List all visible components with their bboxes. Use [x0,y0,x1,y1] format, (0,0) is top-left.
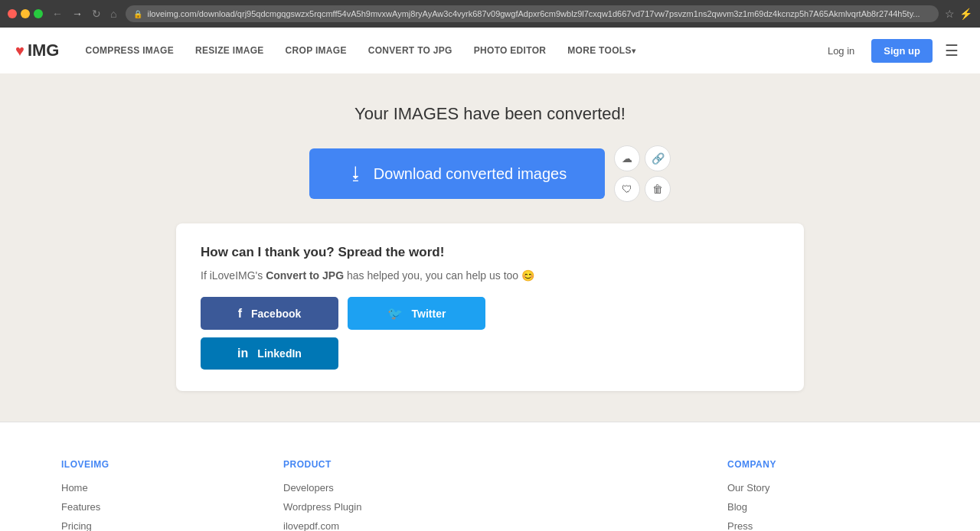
footer-col-product: PRODUCT Developers Wordpress Plugin ilov… [283,459,475,531]
social-row-bottom: in LinkedIn [201,337,779,370]
logo[interactable]: ♥ IMG [15,41,59,60]
footer-link-wordpress[interactable]: Wordpress Plugin [283,501,475,513]
nav-compress[interactable]: COMPRESS IMAGE [74,28,185,73]
footer-link-home[interactable]: Home [61,482,253,494]
nav-crop[interactable]: CROP IMAGE [275,28,358,73]
minimize-window-btn[interactable] [21,9,30,18]
url-text: iloveimg.com/download/qrj95qdcmgqgswzx5r… [147,9,920,18]
download-section: ⭳ Download converted images ☁ 🔗 🛡 🗑 [309,145,671,202]
facebook-label: Facebook [251,308,301,320]
footer-link-blog[interactable]: Blog [727,501,919,513]
browser-actions: ☆ ⚡ [945,8,972,20]
download-button[interactable]: ⭳ Download converted images [309,148,605,199]
twitter-icon: 🐦 [387,306,403,321]
download-button-label: Download converted images [374,165,567,183]
shield-button[interactable]: 🛡 [614,176,640,202]
signup-button[interactable]: Sign up [871,39,933,63]
spread-description: If iLoveIMG's Convert to JPG has helped … [201,269,779,282]
home-icon[interactable]: ⌂ [107,6,119,21]
nav-more-tools[interactable]: MORE TOOLS [557,28,646,73]
download-icon: ⭳ [348,164,364,184]
hamburger-menu-button[interactable]: ☰ [939,35,965,66]
spread-box: How can I thank you? Spread the word! If… [176,223,804,391]
social-row-top: f Facebook 🐦 Twitter [201,297,779,330]
copy-link-button[interactable]: 🔗 [645,145,671,171]
footer: ILOVEIMG Home Features Pricing Tools FAQ… [0,422,980,531]
address-bar[interactable]: 🔒 iloveimg.com/download/qrj95qdcmgqgswzx… [126,5,939,22]
upload-cloud-button[interactable]: ☁ [614,145,640,171]
facebook-share-button[interactable]: f Facebook [201,297,338,330]
footer-col-company: COMPANY Our Story Blog Press Legal & Pri… [727,459,919,531]
nav-photo-editor[interactable]: PHOTO EDITOR [463,28,557,73]
navbar: ♥ IMG COMPRESS IMAGE RESIZE IMAGE CROP I… [0,28,980,73]
forward-arrow-icon[interactable]: → [69,6,86,21]
footer-link-developers[interactable]: Developers [283,482,475,494]
extensions-icon[interactable]: ⚡ [959,8,972,20]
main-content: Your IMAGES have been converted! ⭳ Downl… [0,73,980,422]
close-window-btn[interactable] [8,9,17,18]
social-buttons: f Facebook 🐦 Twitter in LinkedIn [201,297,779,370]
footer-col-iloveimg: ILOVEIMG Home Features Pricing Tools FAQ [61,459,253,531]
linkedin-label: LinkedIn [257,347,302,360]
delete-button[interactable]: 🗑 [645,176,671,202]
footer-link-press[interactable]: Press [727,520,919,531]
login-button[interactable]: Log in [817,41,865,61]
footer-link-features[interactable]: Features [61,501,253,513]
browser-chrome: ← → ↻ ⌂ 🔒 iloveimg.com/download/qrj95qdc… [0,0,980,28]
logo-heart-icon: ♥ [15,42,24,60]
twitter-label: Twitter [412,308,446,320]
spread-title: How can I thank you? Spread the word! [201,245,779,260]
logo-text: IMG [28,41,60,60]
nav-auth: Log in Sign up ☰ [817,35,965,66]
spread-desc-prefix: If iLoveIMG's [201,269,266,282]
footer-grid: ILOVEIMG Home Features Pricing Tools FAQ… [61,459,919,531]
action-row-top: ☁ 🔗 [614,145,671,171]
footer-iloveimg-title: ILOVEIMG [61,459,253,470]
refresh-icon[interactable]: ↻ [89,6,104,21]
star-icon[interactable]: ☆ [945,8,955,20]
facebook-icon: f [238,307,242,321]
spread-brand-text: Convert to JPG [266,269,344,282]
maximize-window-btn[interactable] [34,9,43,18]
footer-link-ilovepdf[interactable]: ilovepdf.com [283,520,475,531]
footer-col-empty [505,459,697,531]
nav-convert[interactable]: CONVERT TO JPG [358,28,463,73]
footer-link-our-story[interactable]: Our Story [727,482,919,494]
footer-company-title: COMPANY [727,459,919,470]
browser-nav: ← → ↻ ⌂ [49,6,119,21]
action-row-bottom: 🛡 🗑 [614,176,671,202]
nav-resize[interactable]: RESIZE IMAGE [185,28,275,73]
spread-desc-suffix: has helped you, you can help us too 😊 [344,269,534,282]
back-arrow-icon[interactable]: ← [49,6,66,21]
action-icons: ☁ 🔗 🛡 🗑 [614,145,671,202]
browser-window-controls [8,9,43,18]
success-title: Your IMAGES have been converted! [354,104,626,124]
lock-icon: 🔒 [133,10,142,18]
footer-product-title: PRODUCT [283,459,475,470]
twitter-share-button[interactable]: 🐦 Twitter [348,297,485,330]
nav-links: COMPRESS IMAGE RESIZE IMAGE CROP IMAGE C… [74,28,816,73]
footer-link-pricing[interactable]: Pricing [61,520,253,531]
linkedin-share-button[interactable]: in LinkedIn [201,337,338,370]
linkedin-icon: in [237,347,248,360]
